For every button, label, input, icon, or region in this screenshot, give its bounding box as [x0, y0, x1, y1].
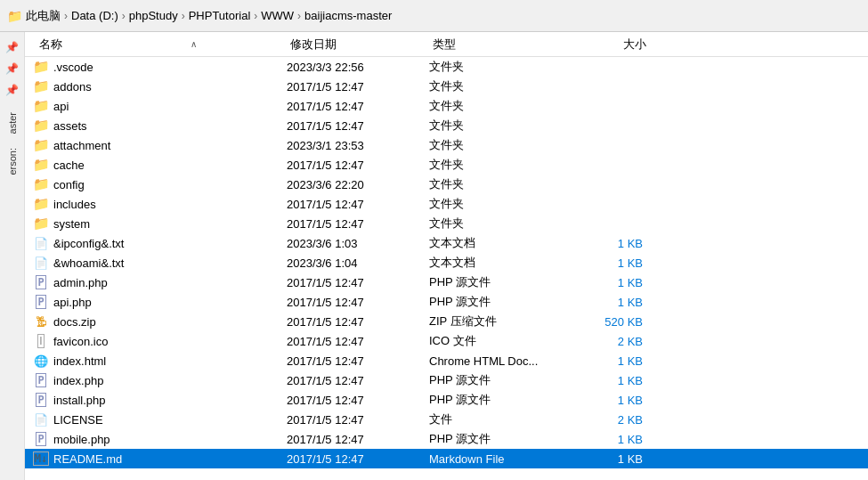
php-icon: P: [32, 393, 50, 407]
breadcrumb-item-2[interactable]: phpStudy: [129, 9, 178, 22]
pin-icon-1[interactable]: 📌: [4, 39, 20, 55]
table-row[interactable]: 📁 cache 2017/1/5 12:47 文件夹: [25, 155, 868, 175]
file-list: 📁 .vscode 2023/3/3 22:56 文件夹 📁 addons 20…: [25, 57, 868, 480]
file-name: &whoami&.txt: [53, 256, 287, 270]
file-type: 文件: [429, 411, 572, 427]
file-type: PHP 源文件: [429, 294, 572, 310]
breadcrumb-item-1[interactable]: Data (D:): [71, 9, 118, 22]
file-name: index.php: [53, 374, 287, 387]
folder-icon-small: 📁: [7, 9, 22, 23]
php-icon: P: [32, 373, 50, 387]
file-name: .vscode: [53, 61, 287, 74]
table-row[interactable]: 📄 &whoami&.txt 2023/3/6 1:04 文本文档 1 KB: [25, 253, 868, 273]
table-row[interactable]: 📁 assets 2017/1/5 12:47 文件夹: [25, 116, 868, 135]
breadcrumb-item-4[interactable]: WWW: [261, 9, 294, 22]
file-date: 2017/1/5 12:47: [287, 276, 429, 289]
txt-icon: 📄: [32, 236, 50, 250]
file-type: 文件夹: [429, 59, 572, 75]
table-row[interactable]: P api.php 2017/1/5 12:47 PHP 源文件 1 KB: [25, 292, 868, 312]
file-date: 2017/1/5 12:47: [287, 296, 429, 309]
file-type: 文件夹: [429, 157, 572, 173]
file-date: 2023/3/6 1:03: [287, 237, 429, 250]
table-row[interactable]: 🗜 docs.zip 2017/1/5 12:47 ZIP 压缩文件 520 K…: [25, 312, 868, 331]
table-row[interactable]: 📁 includes 2017/1/5 12:47 文件夹: [25, 194, 868, 214]
table-row[interactable]: M↓ README.md 2017/1/5 12:47 Markdown Fil…: [25, 449, 868, 468]
table-row[interactable]: 📁 config 2023/3/6 22:20 文件夹: [25, 175, 868, 194]
folder-icon: 📁: [32, 197, 50, 211]
table-row[interactable]: 📁 system 2017/1/5 12:47 文件夹: [25, 214, 868, 233]
col-header-type[interactable]: 类型: [433, 37, 575, 53]
file-size: 1 KB: [572, 374, 643, 387]
php-icon: P: [32, 275, 50, 289]
file-date: 2023/3/6 1:04: [287, 256, 429, 270]
col-header-size[interactable]: 大小: [575, 37, 646, 53]
folder-icon: 📁: [32, 216, 50, 231]
file-date: 2017/1/5 12:47: [287, 315, 429, 329]
folder-icon: 📁: [32, 118, 50, 133]
sidebar-label-1[interactable]: aster: [7, 112, 18, 134]
col-header-date[interactable]: 修改日期: [290, 37, 433, 53]
breadcrumb-item-0[interactable]: 此电脑: [26, 8, 61, 24]
file-name: api.php: [53, 296, 287, 309]
file-date: 2023/3/3 22:56: [287, 61, 429, 74]
folder-icon: 📁: [32, 177, 50, 191]
html-icon: 🌐: [32, 354, 50, 368]
breadcrumb-item-5[interactable]: baijiacms-master: [304, 9, 392, 22]
table-row[interactable]: 📄 &ipconfig&.txt 2023/3/6 1:03 文本文档 1 KB: [25, 233, 868, 253]
sidebar-label-2[interactable]: erson:: [7, 148, 18, 175]
file-size: 1 KB: [572, 296, 643, 309]
file-type: 文件夹: [429, 196, 572, 212]
table-row[interactable]: 📁 addons 2017/1/5 12:47 文件夹: [25, 77, 868, 96]
pin-icon-3[interactable]: 📌: [4, 82, 20, 98]
file-name: system: [53, 217, 287, 231]
folder-icon: 📁: [32, 99, 50, 113]
table-row[interactable]: I favicon.ico 2017/1/5 12:47 ICO 文件 2 KB: [25, 331, 868, 351]
php-icon: P: [32, 295, 50, 309]
file-date: 2017/1/5 12:47: [287, 452, 429, 466]
table-row[interactable]: P admin.php 2017/1/5 12:47 PHP 源文件 1 KB: [25, 273, 868, 292]
table-row[interactable]: 📄 LICENSE 2017/1/5 12:47 文件 2 KB: [25, 410, 868, 429]
file-name: favicon.ico: [53, 335, 287, 348]
table-row[interactable]: 🌐 index.html 2017/1/5 12:47 Chrome HTML …: [25, 351, 868, 370]
file-name: install.php: [53, 394, 287, 407]
file-size: 520 KB: [572, 315, 643, 329]
table-row[interactable]: P install.php 2017/1/5 12:47 PHP 源文件 1 K…: [25, 390, 868, 410]
file-date: 2017/1/5 12:47: [287, 413, 429, 427]
file-name: attachment: [53, 139, 287, 152]
pin-icon-2[interactable]: 📌: [4, 61, 20, 77]
file-size: 1 KB: [572, 354, 643, 368]
file-date: 2017/1/5 12:47: [287, 354, 429, 368]
file-type: 文件夹: [429, 216, 572, 232]
ico-icon: I: [32, 334, 50, 348]
table-row[interactable]: P mobile.php 2017/1/5 12:47 PHP 源文件 1 KB: [25, 429, 868, 449]
file-date: 2023/3/6 22:20: [287, 178, 429, 191]
file-date: 2017/1/5 12:47: [287, 100, 429, 113]
file-size: 1 KB: [572, 433, 643, 446]
address-bar: 📁 此电脑 › Data (D:) › phpStudy › PHPTutori…: [0, 0, 868, 32]
main-layout: 📌 📌 📌 aster erson: ∧ 名称 修改日期 类型 大小 📁 .vs…: [0, 32, 868, 480]
file-size: 1 KB: [572, 276, 643, 289]
breadcrumb-item-3[interactable]: PHPTutorial: [189, 9, 251, 22]
file-name: docs.zip: [53, 315, 287, 329]
file-size: 1 KB: [572, 237, 643, 250]
table-row[interactable]: 📁 .vscode 2023/3/3 22:56 文件夹: [25, 57, 868, 77]
file-name: cache: [53, 159, 287, 172]
col-header-name[interactable]: 名称: [32, 37, 290, 53]
file-type: 文件夹: [429, 176, 572, 192]
column-headers: ∧ 名称 修改日期 类型 大小: [25, 32, 868, 57]
file-type: Markdown File: [429, 452, 572, 466]
file-name: admin.php: [53, 276, 287, 289]
file-size: 1 KB: [572, 394, 643, 407]
file-name: index.html: [53, 354, 287, 368]
zip-icon: 🗜: [32, 314, 50, 329]
table-row[interactable]: P index.php 2017/1/5 12:47 PHP 源文件 1 KB: [25, 370, 868, 390]
folder-icon: 📁: [32, 158, 50, 172]
folder-icon: 📁: [32, 138, 50, 152]
file-date: 2017/1/5 12:47: [287, 394, 429, 407]
table-row[interactable]: 📁 attachment 2023/3/1 23:53 文件夹: [25, 135, 868, 155]
table-row[interactable]: 📁 api 2017/1/5 12:47 文件夹: [25, 96, 868, 116]
file-icon: 📄: [32, 412, 50, 427]
file-type: ICO 文件: [429, 333, 572, 349]
file-name: addons: [53, 80, 287, 94]
sort-arrow-icon: ∧: [191, 39, 197, 49]
